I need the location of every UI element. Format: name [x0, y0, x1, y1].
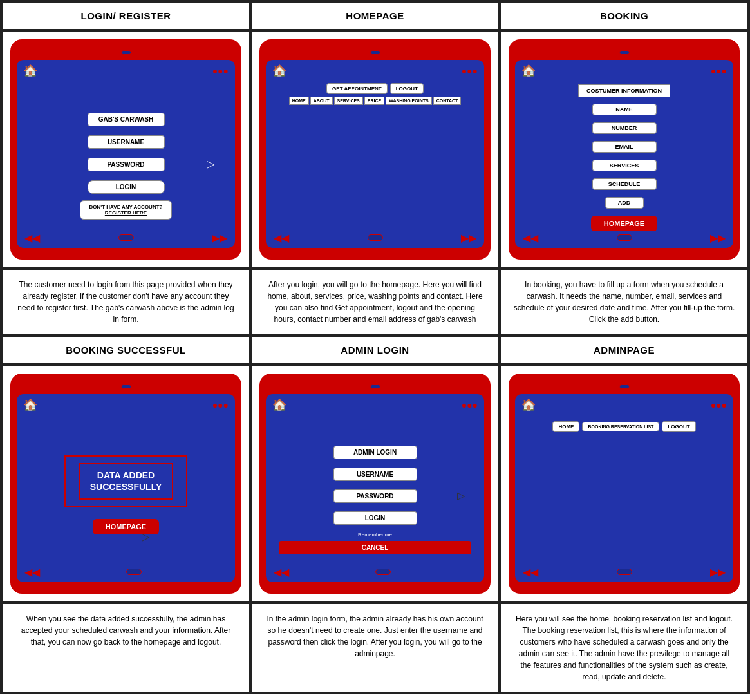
home-dot	[126, 569, 142, 575]
carwash-title-btn: GAB'S CARWASH	[88, 113, 165, 126]
data-added-box: DATA ADDEDSUCCESSFULLY	[64, 455, 188, 507]
cancel-btn[interactable]: CANCEL	[279, 541, 471, 554]
header-homepage: HOMEPAGE	[250, 1, 500, 30]
adminpage-tablet: 🏠 ●●● HOME BOOKING RESERVATION LIST LOGO…	[509, 374, 740, 594]
cursor-icon: ▷	[142, 531, 149, 543]
remember-me-label: Remember me	[358, 532, 392, 538]
rewind-icon: ◀◀	[24, 232, 40, 244]
rewind-icon: ◀◀	[274, 566, 289, 578]
header-login-register: LOGIN/ REGISTER	[1, 1, 250, 30]
home-icon: 🏠	[272, 398, 286, 412]
homepage-tablet-cell: 🏠 ●●● GET APPOINTMENT LOGOUT HOME ABOUT …	[250, 30, 500, 269]
username-field[interactable]: USERNAME	[88, 135, 165, 149]
admin-login-description: In the admin login form, the admin alrea…	[250, 603, 500, 693]
admin-login-tablet: 🏠 ●●● ADMIN LOGIN USERNAME PASSWORD ▷ LO…	[259, 374, 491, 594]
rewind-icon: ◀◀	[523, 232, 538, 244]
booking-description: In booking, you have to fill up a form w…	[500, 269, 749, 336]
get-appointment-btn[interactable]: GET APPOINTMENT	[326, 83, 388, 94]
register-link[interactable]: REGISTER HERE	[89, 210, 163, 216]
rewind-icon: ◀◀	[24, 566, 40, 578]
header-booking-successful: BOOKING SUCCESSFUL	[1, 336, 250, 364]
login-screen: 🏠 ●●● GAB'S CARWASH USERNAME PASSWORD ▷ …	[17, 60, 235, 248]
admin-home-nav[interactable]: HOME	[552, 421, 579, 432]
booking-success-tablet-cell: 🏠 ●●● DATA ADDEDSUCCESSFULLY HOMEPAGE ▷ …	[1, 364, 250, 603]
login-tablet-cell: 🏠 ●●● GAB'S CARWASH USERNAME PASSWORD ▷ …	[1, 30, 250, 269]
number-field[interactable]: NUMBER	[592, 122, 657, 134]
data-added-inner: DATA ADDEDSUCCESSFULLY	[79, 463, 174, 499]
gamepad-icon: ●●●	[212, 400, 229, 410]
homepage-description: After you login, you will go to the home…	[250, 269, 500, 336]
adminpage-screen: 🏠 ●●● HOME BOOKING RESERVATION LIST LOGO…	[515, 394, 733, 582]
cursor-icon: ▷	[207, 158, 214, 170]
rewind-icon: ◀◀	[274, 232, 289, 244]
ffwd-icon: ▶▶	[710, 232, 726, 244]
email-field[interactable]: EMAIL	[592, 141, 657, 153]
booking-tablet: 🏠 ●●● COSTUMER INFORMATION NAME NUMBER E…	[509, 39, 740, 260]
admin-login-tablet-cell: 🏠 ●●● ADMIN LOGIN USERNAME PASSWORD ▷ LO…	[250, 364, 500, 603]
booking-screen: 🏠 ●●● COSTUMER INFORMATION NAME NUMBER E…	[515, 60, 733, 248]
admin-login-btn[interactable]: LOGIN	[333, 511, 417, 525]
home-dot	[368, 234, 383, 241]
gamepad-icon: ●●●	[462, 400, 478, 410]
ffwd-icon: ▶▶	[461, 232, 476, 244]
login-tablet: 🏠 ●●● GAB'S CARWASH USERNAME PASSWORD ▷ …	[10, 39, 241, 260]
name-field[interactable]: NAME	[592, 104, 657, 115]
home-dot	[118, 234, 134, 241]
nav-contact[interactable]: CONTACT	[433, 97, 462, 105]
admin-booking-list-nav[interactable]: BOOKING RESERVATION LIST	[582, 422, 659, 431]
login-button[interactable]: LOGIN	[88, 180, 165, 194]
cursor-icon: ▷	[457, 489, 465, 502]
booking-form: COSTUMER INFORMATION NAME NUMBER EMAIL S…	[515, 82, 733, 236]
password-field[interactable]: PASSWORD	[88, 158, 165, 171]
nav-services[interactable]: SERVICES	[334, 97, 363, 105]
header-admin-login: ADMIN LOGIN	[250, 336, 500, 364]
home-icon: 🏠	[23, 398, 37, 412]
ffwd-icon: ▶▶	[212, 232, 227, 244]
home-icon: 🏠	[521, 64, 536, 78]
nav-home[interactable]: HOME	[289, 97, 309, 105]
homepage-screen: 🏠 ●●● GET APPOINTMENT LOGOUT HOME ABOUT …	[266, 60, 484, 248]
admin-logout-nav[interactable]: LOGOUT	[662, 421, 695, 432]
home-dot	[617, 234, 632, 241]
booking-success-tablet: 🏠 ●●● DATA ADDEDSUCCESSFULLY HOMEPAGE ▷ …	[10, 374, 241, 594]
homepage-tablet: 🏠 ●●● GET APPOINTMENT LOGOUT HOME ABOUT …	[259, 39, 491, 260]
home-icon: 🏠	[272, 64, 286, 78]
data-added-text: DATA ADDEDSUCCESSFULLY	[90, 469, 162, 493]
adminpage-description: Here you will see the home, booking rese…	[500, 603, 749, 693]
booking-form-title: COSTUMER INFORMATION	[578, 84, 670, 97]
home-icon: 🏠	[23, 64, 37, 78]
booking-success-description: When you see the data added successfully…	[1, 603, 250, 693]
booking-tablet-cell: 🏠 ●●● COSTUMER INFORMATION NAME NUMBER E…	[500, 30, 749, 269]
homepage-button[interactable]: HOMEPAGE	[591, 216, 657, 231]
header-booking: BOOKING	[500, 1, 749, 30]
rewind-icon: ◀◀	[523, 566, 538, 578]
register-text: DON'T HAVE ANY ACCOUNT?	[89, 204, 163, 210]
adminpage-tablet-cell: 🏠 ●●● HOME BOOKING RESERVATION LIST LOGO…	[500, 364, 749, 603]
booking-success-screen: 🏠 ●●● DATA ADDEDSUCCESSFULLY HOMEPAGE ▷ …	[17, 394, 235, 582]
admin-password-field[interactable]: PASSWORD	[333, 489, 417, 503]
admin-login-screen: 🏠 ●●● ADMIN LOGIN USERNAME PASSWORD ▷ LO…	[266, 394, 484, 582]
home-dot	[375, 569, 391, 575]
admin-login-title: ADMIN LOGIN	[333, 446, 417, 459]
admin-username-field[interactable]: USERNAME	[333, 468, 417, 481]
home-dot	[617, 569, 632, 575]
add-button[interactable]: ADD	[605, 197, 644, 209]
schedule-field[interactable]: SCHEDULE	[592, 178, 657, 190]
gamepad-icon: ●●●	[711, 66, 727, 76]
login-description: The customer need to login from this pag…	[1, 269, 250, 336]
nav-washing-points[interactable]: WASHING POINTS	[386, 97, 431, 105]
services-field[interactable]: SERVICES	[592, 160, 657, 171]
home-icon: 🏠	[521, 398, 536, 412]
header-adminpage: ADMINPAGE	[500, 336, 749, 364]
gamepad-icon: ●●●	[462, 66, 478, 76]
gamepad-icon: ●●●	[212, 66, 229, 76]
logout-btn[interactable]: LOGOUT	[390, 83, 424, 94]
gamepad-icon: ●●●	[711, 400, 727, 410]
nav-about[interactable]: ABOUT	[310, 97, 333, 105]
ffwd-icon: ▶▶	[710, 566, 726, 578]
nav-price[interactable]: PRICE	[364, 97, 384, 105]
